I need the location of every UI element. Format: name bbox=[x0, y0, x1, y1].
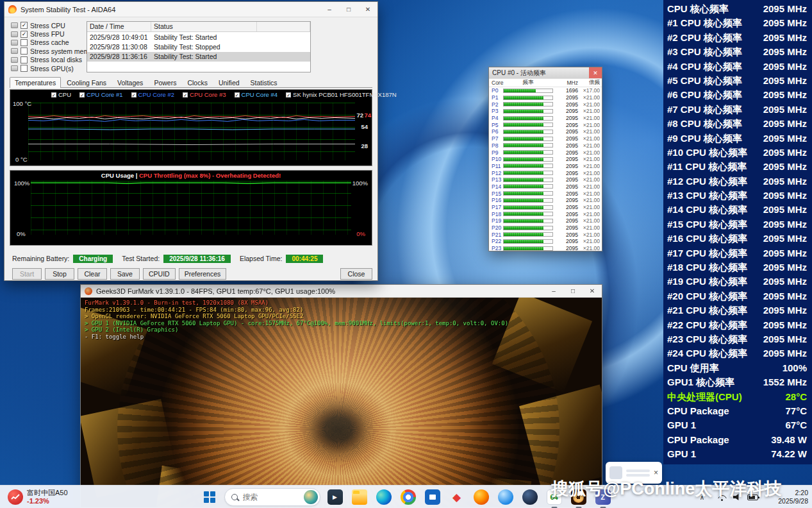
temp-current-value: 72 bbox=[356, 112, 363, 119]
legend-item[interactable]: CPU bbox=[51, 91, 71, 98]
sensor-row: #17 CPU 核心频率 2095 MHz bbox=[663, 246, 812, 260]
sensor-label: #6 CPU 核心频率 bbox=[667, 88, 742, 102]
legend-item[interactable]: CPU Core #4 bbox=[235, 91, 278, 98]
tab[interactable]: Clocks bbox=[182, 77, 213, 88]
maximize-icon[interactable]: □ bbox=[339, 2, 358, 17]
legend-checkbox[interactable] bbox=[235, 92, 240, 97]
firefox-icon[interactable] bbox=[472, 487, 491, 507]
stress-option[interactable]: Stress CPU bbox=[11, 21, 87, 30]
search-input[interactable] bbox=[242, 492, 300, 502]
stress-options-list: Stress CPU Stress FPU Stress cache bbox=[11, 21, 87, 72]
sensor-row: #3 CPU 核心频率 2095 MHz bbox=[663, 45, 812, 59]
frequency-bar bbox=[503, 137, 553, 141]
log-col-datetime[interactable]: Date / Time bbox=[87, 22, 151, 31]
action-button[interactable]: Clear bbox=[78, 268, 107, 280]
stress-option[interactable]: Stress FPU bbox=[11, 30, 87, 38]
legend-label: SK hynix PCB01 HFS001TFM9X187N bbox=[293, 91, 397, 98]
sensor-value: 2095 MHz bbox=[763, 45, 807, 59]
legend-checkbox[interactable] bbox=[51, 92, 56, 97]
core-label: P22 bbox=[489, 238, 503, 244]
store-icon[interactable] bbox=[423, 487, 442, 507]
legend-checkbox[interactable] bbox=[131, 92, 137, 97]
sensor-label: CPU 使用率 bbox=[667, 361, 719, 375]
stress-option[interactable]: Stress local disks bbox=[11, 56, 87, 64]
action-button[interactable]: CPUID bbox=[143, 268, 176, 280]
legend-item[interactable]: SK hynix PCB01 HFS001TFM9X187N bbox=[286, 91, 397, 98]
stock-app-icon[interactable]: ◆ bbox=[447, 487, 467, 507]
stress-option[interactable]: Stress GPU(s) bbox=[11, 64, 87, 72]
stock-widget[interactable]: 富时中国A50 -1.23% bbox=[4, 486, 72, 508]
chat-app-icon[interactable] bbox=[496, 487, 515, 507]
stress-checkbox[interactable] bbox=[21, 22, 28, 29]
media-app-icon[interactable]: ▶ bbox=[326, 487, 345, 507]
stress-option[interactable]: Stress cache bbox=[11, 38, 87, 47]
legend-item[interactable]: CPU Core #1 bbox=[79, 91, 123, 98]
close-icon[interactable]: ✕ bbox=[358, 2, 377, 17]
sensor-row: #19 CPU 核心频率 2095 MHz bbox=[663, 275, 812, 289]
core-row: P14 2095 ×21.00 bbox=[489, 183, 602, 190]
sensor-label: #19 CPU 核心频率 bbox=[667, 275, 747, 289]
log-row[interactable]: 2025/9/28 11:30:08 Stability Test: Stopp… bbox=[87, 42, 310, 51]
sensor-label: #22 CPU 核心频率 bbox=[667, 318, 747, 332]
stress-checkbox[interactable] bbox=[21, 39, 28, 46]
core-label: P6 bbox=[489, 128, 503, 135]
legend-item[interactable]: CPU Core #2 bbox=[131, 91, 175, 98]
action-button[interactable]: Start bbox=[12, 268, 42, 280]
log-status: Stability Test: Started bbox=[151, 33, 257, 41]
frequency-bar bbox=[503, 130, 553, 134]
search-daily-image[interactable] bbox=[304, 490, 318, 504]
battery-label: Remaining Battery: bbox=[12, 255, 69, 262]
action-button[interactable]: Save bbox=[110, 268, 140, 280]
tab[interactable]: Cooling Fans bbox=[62, 77, 112, 88]
action-button[interactable]: Preferences bbox=[179, 268, 227, 280]
steam-icon[interactable] bbox=[520, 487, 540, 507]
tab[interactable]: Statistics bbox=[245, 77, 283, 88]
aida64-titlebar[interactable]: System Stability Test - AIDA64 – □ ✕ bbox=[4, 2, 377, 17]
furmark-titlebar[interactable]: Geeks3D FurMark v1.39.1.0 - 84FPS, GPU1 … bbox=[81, 285, 602, 298]
chrome-icon[interactable] bbox=[399, 487, 418, 507]
legend-checkbox[interactable] bbox=[79, 92, 85, 97]
log-status: Stability Test: Stopped bbox=[151, 43, 257, 51]
edge-icon[interactable] bbox=[374, 487, 394, 507]
taskbar-clock[interactable]: 2:20 2025/9/28 bbox=[778, 486, 808, 508]
stress-checkbox[interactable] bbox=[21, 31, 28, 38]
tab[interactable]: Powers bbox=[149, 77, 181, 88]
maximize-icon[interactable]: □ bbox=[563, 285, 583, 297]
close-icon[interactable]: ✕ bbox=[589, 67, 602, 78]
file-explorer-icon[interactable] bbox=[350, 487, 369, 507]
sensor-value: 39.48 W bbox=[771, 433, 807, 447]
legend-checkbox[interactable] bbox=[183, 92, 188, 97]
sensor-value: 2095 MHz bbox=[763, 103, 807, 117]
close-button[interactable]: Close bbox=[340, 268, 372, 280]
taskbar-search[interactable] bbox=[224, 488, 320, 506]
core-multiplier: ×21.00 bbox=[578, 128, 600, 135]
legend-item[interactable]: CPU Core #3 bbox=[183, 91, 226, 98]
tab[interactable]: Unified bbox=[213, 77, 245, 88]
start-button[interactable] bbox=[200, 487, 219, 507]
log-row[interactable]: 2025/9/28 10:49:01 Stability Test: Start… bbox=[87, 32, 310, 42]
close-icon[interactable]: ✕ bbox=[583, 285, 602, 297]
sensor-label: 中央处理器(CPU) bbox=[667, 390, 742, 404]
action-button[interactable]: Stop bbox=[45, 268, 74, 280]
stress-option[interactable]: Stress system memo bbox=[11, 47, 87, 55]
core-label: P17 bbox=[489, 204, 503, 210]
sensor-label: #20 CPU 核心频率 bbox=[667, 289, 747, 303]
tab[interactable]: Voltages bbox=[112, 77, 148, 88]
minimize-icon[interactable]: – bbox=[544, 285, 563, 297]
stress-checkbox[interactable] bbox=[21, 56, 28, 64]
minimize-icon[interactable]: – bbox=[320, 2, 339, 17]
core-multiplier: ×21.00 bbox=[578, 94, 600, 101]
legend-checkbox[interactable] bbox=[286, 92, 291, 97]
tab[interactable]: Temperatures bbox=[10, 77, 61, 88]
sensor-label: #12 CPU 核心频率 bbox=[667, 174, 747, 189]
stress-checkbox[interactable] bbox=[21, 47, 28, 55]
close-icon[interactable]: × bbox=[654, 468, 658, 477]
log-col-status[interactable]: Status bbox=[151, 22, 257, 31]
sensor-value: 100% bbox=[783, 361, 807, 375]
cpu-window-titlebar[interactable]: CPU #0 - 活动频率 ✕ bbox=[489, 67, 602, 79]
core-row: P22 2095 ×21.00 bbox=[489, 238, 602, 245]
log-row[interactable]: 2025/9/28 11:36:16 Stability Test: Start… bbox=[87, 52, 310, 62]
stress-checkbox[interactable] bbox=[21, 65, 28, 72]
core-multiplier: ×21.00 bbox=[578, 204, 600, 210]
core-multiplier: ×21.00 bbox=[578, 224, 600, 231]
